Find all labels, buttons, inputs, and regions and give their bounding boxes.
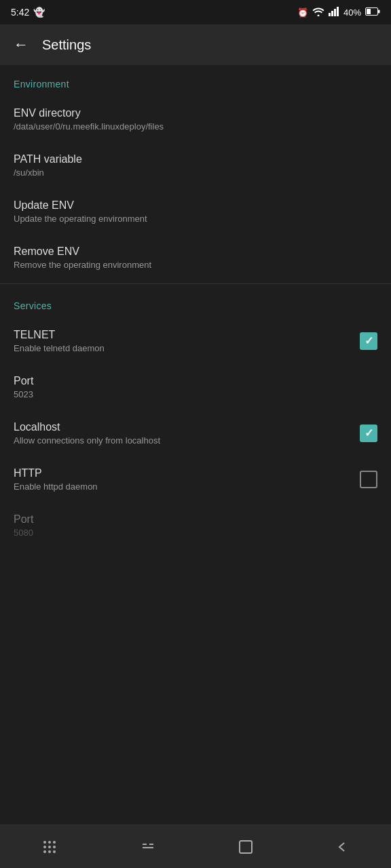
update-env-subtitle: Update the operating environment	[14, 214, 377, 224]
page-title: Settings	[42, 37, 91, 53]
signal-icon	[329, 7, 339, 18]
path-variable-item[interactable]: PATH variable /su/xbin	[0, 142, 391, 189]
status-bar-left: 5:42 👻	[11, 7, 45, 18]
http-port-title: Port	[14, 513, 377, 526]
services-section-header: Services	[0, 287, 391, 318]
settings-content: Environment ENV directory /data/user/0/r…	[0, 65, 391, 825]
http-port-value: 5080	[14, 528, 377, 538]
wifi-icon	[312, 7, 324, 18]
http-port-item[interactable]: Port 5080	[0, 502, 391, 549]
svg-rect-0	[329, 13, 331, 16]
svg-rect-2	[334, 9, 336, 16]
bottom-navigation	[0, 825, 391, 868]
svg-point-12	[53, 846, 56, 848]
back-nav-button[interactable]	[322, 834, 364, 860]
svg-rect-1	[331, 11, 333, 16]
env-directory-subtitle: /data/user/0/ru.meefik.linuxdeploy/files	[14, 121, 377, 132]
telnet-port-item[interactable]: Port 5023	[0, 364, 391, 410]
back-button[interactable]: ←	[11, 33, 31, 56]
battery-icon	[365, 7, 380, 18]
services-section: Services TELNET Enable telnetd daemon ✓ …	[0, 287, 391, 549]
http-subtitle: Enable httpd daemon	[14, 481, 352, 492]
env-directory-title: ENV directory	[14, 107, 377, 119]
telnet-title: TELNET	[14, 329, 352, 341]
svg-point-11	[48, 846, 51, 848]
home-button[interactable]	[225, 834, 267, 860]
svg-point-13	[43, 850, 46, 853]
menu-button[interactable]	[28, 833, 71, 861]
recents-button[interactable]	[126, 833, 170, 861]
environment-section: Environment ENV directory /data/user/0/r…	[0, 65, 391, 281]
http-item[interactable]: HTTP Enable httpd daemon ✓	[0, 456, 391, 502]
svg-point-15	[53, 850, 56, 853]
localhost-checkmark: ✓	[365, 428, 373, 439]
svg-rect-3	[337, 7, 339, 16]
path-variable-subtitle: /su/xbin	[14, 167, 377, 178]
app-bar: ← Settings	[0, 24, 391, 65]
telnet-port-title: Port	[14, 375, 377, 387]
svg-point-8	[48, 841, 51, 844]
time-display: 5:42	[11, 7, 29, 18]
localhost-checkbox[interactable]: ✓	[360, 425, 377, 442]
remove-env-item[interactable]: Remove ENV Remove the operating environm…	[0, 235, 391, 281]
remove-env-title: Remove ENV	[14, 245, 377, 258]
telnet-checkbox[interactable]: ✓	[360, 332, 377, 350]
telnet-subtitle: Enable telnetd daemon	[14, 343, 352, 353]
svg-rect-19	[240, 841, 252, 853]
section-divider	[0, 283, 391, 284]
telnet-item[interactable]: TELNET Enable telnetd daemon ✓	[0, 318, 391, 364]
alarm-icon: ⏰	[297, 7, 308, 18]
status-bar: 5:42 👻 ⏰ 40%	[0, 0, 391, 24]
update-env-title: Update ENV	[14, 199, 377, 212]
path-variable-title: PATH variable	[14, 153, 377, 165]
battery-percent: 40%	[343, 7, 361, 18]
localhost-title: Localhost	[14, 421, 352, 433]
remove-env-subtitle: Remove the operating environment	[14, 260, 377, 270]
ghost-icon: 👻	[33, 7, 45, 18]
localhost-item[interactable]: Localhost Allow connections only from lo…	[0, 410, 391, 456]
svg-rect-5	[378, 9, 380, 13]
telnet-port-value: 5023	[14, 389, 377, 399]
status-bar-right: ⏰ 40%	[297, 7, 380, 18]
http-title: HTTP	[14, 467, 352, 479]
svg-point-10	[43, 846, 46, 848]
svg-rect-6	[367, 9, 371, 14]
update-env-item[interactable]: Update ENV Update the operating environm…	[0, 189, 391, 235]
environment-section-header: Environment	[0, 65, 391, 96]
svg-point-14	[48, 850, 51, 853]
localhost-subtitle: Allow connections only from localhost	[14, 435, 352, 446]
telnet-checkmark: ✓	[365, 336, 373, 347]
env-directory-item[interactable]: ENV directory /data/user/0/ru.meefik.lin…	[0, 96, 391, 142]
http-checkbox[interactable]: ✓	[360, 471, 377, 488]
svg-point-9	[53, 841, 56, 844]
svg-point-7	[43, 841, 46, 844]
